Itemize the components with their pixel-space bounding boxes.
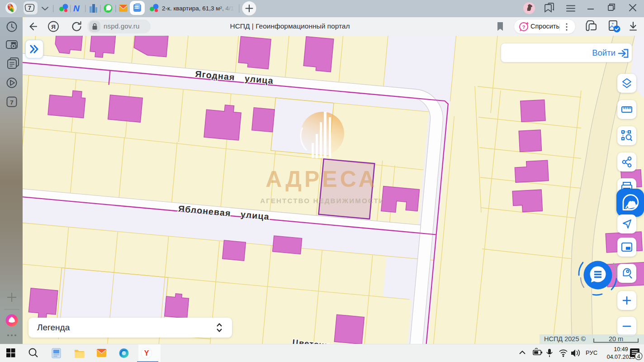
svg-text:N: N — [73, 4, 80, 13]
svg-text:7: 7 — [10, 99, 14, 106]
svg-text:20 m: 20 m — [609, 335, 623, 343]
svg-text:Y: Y — [144, 349, 149, 357]
svg-text:АДРЕСА: АДРЕСА — [265, 167, 377, 192]
svg-text:7: 7 — [28, 5, 31, 11]
svg-text:?: ? — [522, 24, 526, 30]
svg-text:4: 4 — [637, 353, 640, 360]
svg-text:АГЕНТСТВО НЕДВИЖИМОСТИ: АГЕНТСТВО НЕДВИЖИМОСТИ — [260, 197, 385, 205]
